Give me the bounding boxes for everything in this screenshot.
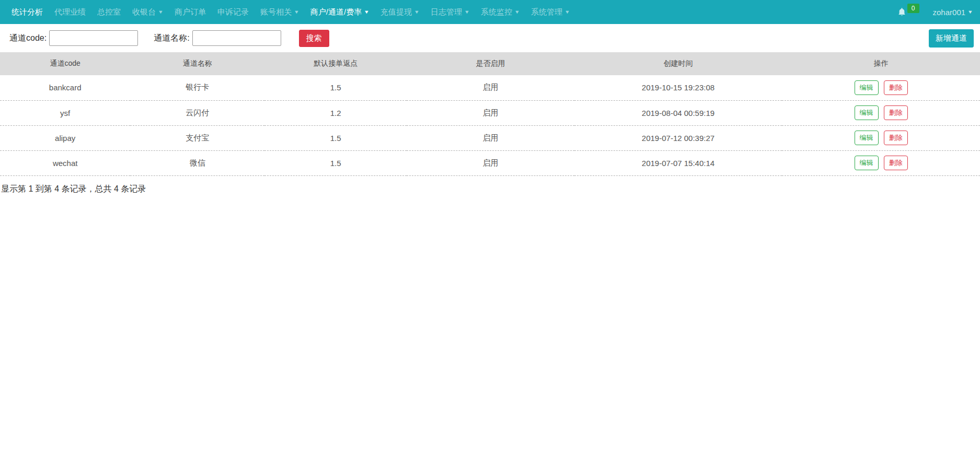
cell-rebate: 1.2 [264, 100, 407, 125]
bell-icon [897, 7, 906, 17]
delete-button[interactable]: 删除 [884, 105, 908, 120]
nav-item-11[interactable]: 系统管理 ▼ [525, 7, 575, 17]
edit-button[interactable]: 编辑 [855, 80, 879, 95]
add-channel-button[interactable]: 新增通道 [929, 29, 974, 48]
nav-item-7[interactable]: 商户/通道/费率 ▼ [305, 7, 375, 17]
cell-channel-code: wechat [0, 150, 130, 175]
cell-created-time: 2019-07-07 15:40:14 [574, 150, 782, 175]
column-header: 通道名称 [130, 52, 264, 75]
channel-table: 通道code通道名称默认接单返点是否启用创建时间操作 bankcard 银行卡 … [0, 52, 980, 176]
cell-enabled: 启用 [407, 100, 574, 125]
delete-button[interactable]: 删除 [884, 131, 908, 145]
table-row: alipay 支付宝 1.5 启用 2019-07-12 00:39:27 编辑… [0, 125, 980, 150]
caret-down-icon: ▼ [364, 10, 370, 15]
search-button[interactable]: 搜索 [299, 30, 329, 47]
notifications-button[interactable]: 0 [897, 7, 919, 17]
nav-item-3[interactable]: 收银台 ▼ [126, 7, 169, 17]
cell-actions: 编辑 删除 [782, 75, 980, 100]
caret-down-icon: ▼ [564, 10, 570, 15]
nav-menu: 统计分析 代理业绩 总控室 收银台 ▼ 商户订单 申诉记录 账号相关 ▼ 商户/… [6, 7, 575, 17]
column-header: 是否启用 [407, 52, 574, 75]
cell-actions: 编辑 删除 [782, 100, 980, 125]
nav-item-2[interactable]: 总控室 [91, 7, 126, 17]
cell-channel-code: ysf [0, 100, 130, 125]
caret-down-icon: ▼ [514, 10, 520, 15]
channel-name-input[interactable] [192, 30, 281, 46]
table-header: 通道code通道名称默认接单返点是否启用创建时间操作 [0, 52, 980, 75]
nav-item-0[interactable]: 统计分析 [6, 7, 49, 17]
search-group: 通道code: 通道名称: 搜索 [9, 30, 329, 47]
cell-channel-name: 银行卡 [130, 75, 264, 100]
edit-button[interactable]: 编辑 [855, 156, 879, 170]
notification-count-badge: 0 [907, 4, 919, 13]
cell-created-time: 2019-08-04 00:59:19 [574, 100, 782, 125]
cell-actions: 编辑 删除 [782, 150, 980, 175]
nav-item-9[interactable]: 日志管理 ▼ [425, 7, 475, 17]
cell-created-time: 2019-07-12 00:39:27 [574, 125, 782, 150]
top-navbar: 统计分析 代理业绩 总控室 收银台 ▼ 商户订单 申诉记录 账号相关 ▼ 商户/… [0, 0, 980, 24]
caret-down-icon: ▼ [967, 10, 973, 15]
search-toolbar: 通道code: 通道名称: 搜索 新增通道 [0, 24, 980, 52]
nav-item-5[interactable]: 申诉记录 [212, 7, 255, 17]
record-count-summary: 显示第 1 到第 4 条记录，总共 4 条记录 [0, 184, 980, 195]
channel-code-input[interactable] [49, 30, 138, 46]
cell-enabled: 启用 [407, 75, 574, 100]
cell-rebate: 1.5 [264, 75, 407, 100]
nav-item-10[interactable]: 系统监控 ▼ [475, 7, 525, 17]
cell-created-time: 2019-10-15 19:23:08 [574, 75, 782, 100]
username-label: zohar001 [933, 8, 966, 17]
channel-name-label: 通道名称: [154, 33, 189, 44]
nav-item-1[interactable]: 代理业绩 [49, 7, 91, 17]
column-header: 通道code [0, 52, 130, 75]
cell-rebate: 1.5 [264, 125, 407, 150]
channel-code-label: 通道code: [9, 33, 47, 44]
delete-button[interactable]: 删除 [884, 80, 908, 95]
column-header: 创建时间 [574, 52, 782, 75]
column-header: 默认接单返点 [264, 52, 407, 75]
cell-actions: 编辑 删除 [782, 125, 980, 150]
cell-enabled: 启用 [407, 150, 574, 175]
cell-enabled: 启用 [407, 125, 574, 150]
nav-item-8[interactable]: 充值提现 ▼ [375, 7, 425, 17]
cell-channel-code: bankcard [0, 75, 130, 100]
caret-down-icon: ▼ [158, 10, 164, 15]
edit-button[interactable]: 编辑 [855, 131, 879, 145]
cell-rebate: 1.5 [264, 150, 407, 175]
cell-channel-code: alipay [0, 125, 130, 150]
user-menu[interactable]: zohar001 ▼ [933, 8, 973, 17]
nav-item-4[interactable]: 商户订单 [169, 7, 212, 17]
column-header: 操作 [782, 52, 980, 75]
delete-button[interactable]: 删除 [884, 156, 908, 170]
cell-channel-name: 支付宝 [130, 125, 264, 150]
cell-channel-name: 微信 [130, 150, 264, 175]
navbar-right: 0 zohar001 ▼ [897, 7, 973, 17]
caret-down-icon: ▼ [294, 10, 299, 15]
nav-item-6[interactable]: 账号相关 ▼ [255, 7, 305, 17]
table-row: wechat 微信 1.5 启用 2019-07-07 15:40:14 编辑 … [0, 150, 980, 175]
caret-down-icon: ▼ [464, 10, 470, 15]
caret-down-icon: ▼ [414, 10, 420, 15]
edit-button[interactable]: 编辑 [855, 105, 879, 120]
table-row: ysf 云闪付 1.2 启用 2019-08-04 00:59:19 编辑 删除 [0, 100, 980, 125]
table-row: bankcard 银行卡 1.5 启用 2019-10-15 19:23:08 … [0, 75, 980, 100]
cell-channel-name: 云闪付 [130, 100, 264, 125]
